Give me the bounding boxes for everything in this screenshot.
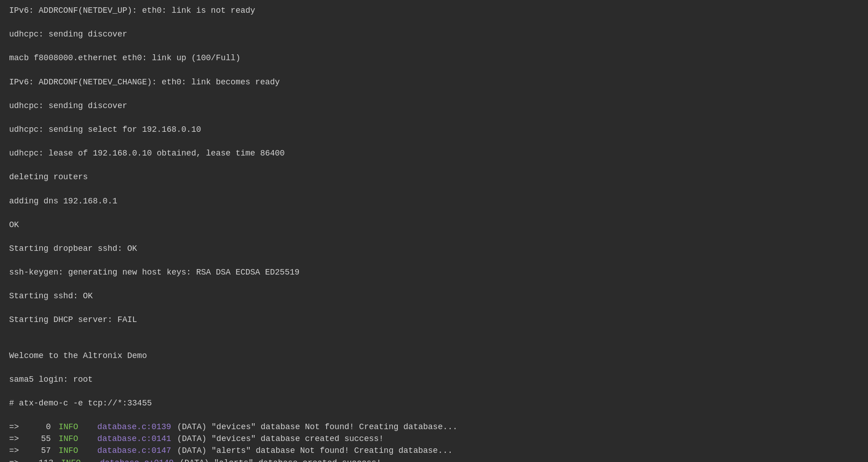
line-number: 113 bbox=[19, 457, 54, 462]
terminal-line: IPv6: ADDRCONF(NETDEV_UP): eth0: link is… bbox=[9, 5, 859, 16]
file-reference: database.c:0141 bbox=[80, 433, 171, 445]
file-reference: database.c:0147 bbox=[80, 445, 171, 457]
terminal-line: macb f8008000.ethernet eth0: link up (10… bbox=[9, 52, 859, 64]
line-number: 55 bbox=[19, 433, 51, 445]
arrow: => bbox=[9, 457, 19, 462]
info-tag: INFO bbox=[54, 445, 78, 457]
info-tag: INFO bbox=[54, 421, 78, 433]
info-tag: INFO bbox=[56, 457, 81, 462]
info-line: => 113 INFOdatabase.c:0149 (DATA) "alert… bbox=[9, 457, 859, 462]
log-message: (DATA) "alerts" database Not found! Crea… bbox=[172, 445, 453, 457]
log-message: (DATA) "devices" database created succes… bbox=[172, 433, 384, 445]
file-reference: database.c:0149 bbox=[82, 457, 174, 462]
terminal-line: # atx-demo-c -e tcp://*:33455 bbox=[9, 397, 859, 409]
terminal-line: adding dns 192.168.0.1 bbox=[9, 195, 859, 207]
log-message: (DATA) "alerts" database created success… bbox=[175, 457, 381, 462]
terminal-line: udhcpc: sending discover bbox=[9, 28, 859, 40]
info-line: => 0 INFOdatabase.c:0139 (DATA) "devices… bbox=[9, 421, 859, 433]
terminal-line: Welcome to the Altronix Demo bbox=[9, 350, 859, 362]
terminal-line: OK bbox=[9, 219, 859, 231]
terminal-line: Starting DHCP server: FAIL bbox=[9, 314, 859, 326]
empty-line bbox=[9, 338, 859, 350]
arrow: => bbox=[9, 433, 19, 445]
arrow: => bbox=[9, 421, 19, 433]
line-number: 0 bbox=[19, 421, 51, 433]
file-reference: database.c:0139 bbox=[80, 421, 171, 433]
arrow: => bbox=[9, 445, 19, 457]
log-message: (DATA) "devices" database Not found! Cre… bbox=[172, 421, 458, 433]
info-line: => 55 INFOdatabase.c:0141 (DATA) "device… bbox=[9, 433, 859, 445]
terminal-line: sama5 login: root bbox=[9, 374, 859, 385]
terminal-line: udhcpc: sending select for 192.168.0.10 bbox=[9, 124, 859, 135]
terminal-line: IPv6: ADDRCONF(NETDEV_CHANGE): eth0: lin… bbox=[9, 76, 859, 88]
info-tag: INFO bbox=[54, 433, 78, 445]
terminal-line: deleting routers bbox=[9, 171, 859, 183]
line-number: 57 bbox=[19, 445, 51, 457]
terminal: IPv6: ADDRCONF(NETDEV_UP): eth0: link is… bbox=[9, 5, 859, 462]
terminal-line: udhcpc: lease of 192.168.0.10 obtained, … bbox=[9, 147, 859, 159]
terminal-line: Starting dropbear sshd: OK bbox=[9, 243, 859, 254]
terminal-line: Starting sshd: OK bbox=[9, 290, 859, 302]
info-line: => 57 INFOdatabase.c:0147 (DATA) "alerts… bbox=[9, 445, 859, 457]
terminal-line: udhcpc: sending discover bbox=[9, 100, 859, 112]
terminal-line: ssh-keygen: generating new host keys: RS… bbox=[9, 266, 859, 278]
